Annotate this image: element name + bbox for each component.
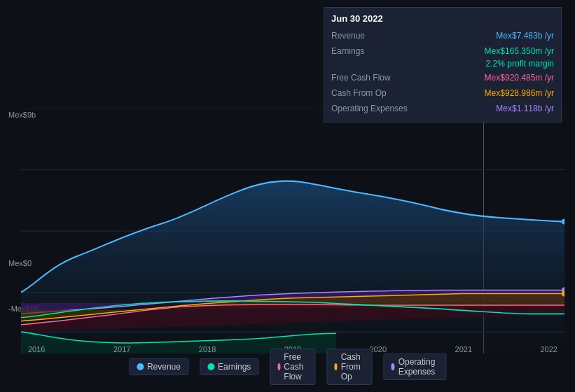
tooltip-value-earnings: Mex$165.350m /yr (485, 45, 554, 57)
x-label-2016: 2016 (28, 345, 45, 354)
tooltip-value-fcf: Mex$920.485m /yr (485, 71, 554, 84)
legend-label-revenue: Revenue (147, 362, 181, 372)
tooltip-value-profit-margin: 2.2% profit margin (486, 59, 554, 69)
legend-dot-revenue (137, 363, 144, 370)
x-label-2017: 2017 (113, 345, 130, 354)
x-label-2021: 2021 (455, 345, 472, 354)
legend-dot-earnings (207, 363, 214, 370)
tooltip-row-opex: Operating Expenses Mex$1.118b /yr (331, 101, 554, 116)
chart-area (21, 108, 564, 354)
legend-item-earnings[interactable]: Earnings (200, 358, 258, 375)
legend: Revenue Earnings Free Cash Flow Cash Fro… (129, 349, 446, 385)
legend-item-cashfromop[interactable]: Cash From Op (326, 349, 372, 385)
tooltip-label-fcf: Free Cash Flow (331, 71, 391, 84)
tooltip-value-opex: Mex$1.118b /yr (496, 102, 554, 115)
tooltip-label-cashfromop: Cash From Op (331, 87, 387, 99)
tooltip-row-profit-margin: 2.2% profit margin (331, 59, 554, 70)
legend-label-cashfromop: Cash From Op (341, 352, 365, 382)
legend-label-earnings: Earnings (218, 362, 251, 372)
tooltip-date: Jun 30 2022 (331, 13, 554, 24)
legend-dot-fcf (277, 363, 280, 370)
chart-svg (21, 108, 564, 354)
legend-item-fcf[interactable]: Free Cash Flow (270, 349, 315, 385)
tooltip-row-cashfromop: Cash From Op Mex$928.986m /yr (331, 85, 554, 101)
tooltip-value-revenue: Mex$7.483b /yr (496, 29, 554, 42)
legend-item-revenue[interactable]: Revenue (129, 358, 188, 375)
tooltip-label-opex: Operating Expenses (331, 102, 408, 115)
tooltip-box: Jun 30 2022 Revenue Mex$7.483b /yr Earni… (324, 7, 562, 122)
x-label-2022: 2022 (540, 345, 557, 354)
tooltip-value-cashfromop: Mex$928.986m /yr (485, 87, 554, 99)
legend-item-opex[interactable]: Operating Expenses (383, 354, 446, 380)
chart-container: Jun 30 2022 Revenue Mex$7.483b /yr Earni… (0, 0, 575, 392)
tooltip-label-revenue: Revenue (331, 29, 365, 42)
legend-dot-opex (391, 363, 394, 370)
legend-dot-cashfromop (334, 363, 337, 370)
legend-label-fcf: Free Cash Flow (284, 352, 307, 382)
tooltip-row-earnings: Earnings Mex$165.350m /yr (331, 43, 554, 59)
tooltip-row-fcf: Free Cash Flow Mex$920.485m /yr (331, 70, 554, 85)
tooltip-row-revenue: Revenue Mex$7.483b /yr (331, 28, 554, 43)
legend-label-opex: Operating Expenses (399, 357, 438, 377)
tooltip-label-earnings: Earnings (331, 45, 364, 57)
